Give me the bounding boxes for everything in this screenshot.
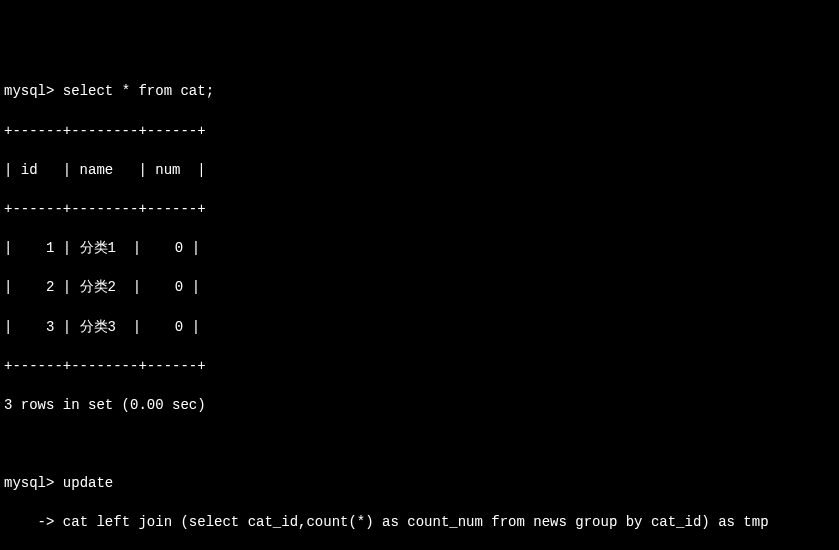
table-border: +------+--------+------+ — [4, 200, 835, 220]
table-row: | 1 | 分类1 | 0 | — [4, 239, 835, 259]
mysql-prompt: mysql> — [4, 475, 54, 491]
terminal-line: mysql> select * from cat; — [4, 82, 835, 102]
mysql-prompt: mysql> — [4, 83, 54, 99]
table-row: | 3 | 分类3 | 0 | — [4, 318, 835, 338]
sql-command: cat left join (select cat_id,count(*) as… — [54, 514, 768, 530]
blank-line — [4, 435, 835, 455]
continuation-prompt: -> — [4, 514, 54, 530]
table-row: | 2 | 分类2 | 0 | — [4, 278, 835, 298]
sql-command: update — [54, 475, 113, 491]
table-border: +------+--------+------+ — [4, 122, 835, 142]
terminal-line: mysql> update — [4, 474, 835, 494]
sql-command: select * from cat; — [54, 83, 214, 99]
table-border: +------+--------+------+ — [4, 357, 835, 377]
result-footer: 3 rows in set (0.00 sec) — [4, 396, 835, 416]
table-header: | id | name | num | — [4, 161, 835, 181]
terminal-line: -> cat left join (select cat_id,count(*)… — [4, 513, 835, 533]
